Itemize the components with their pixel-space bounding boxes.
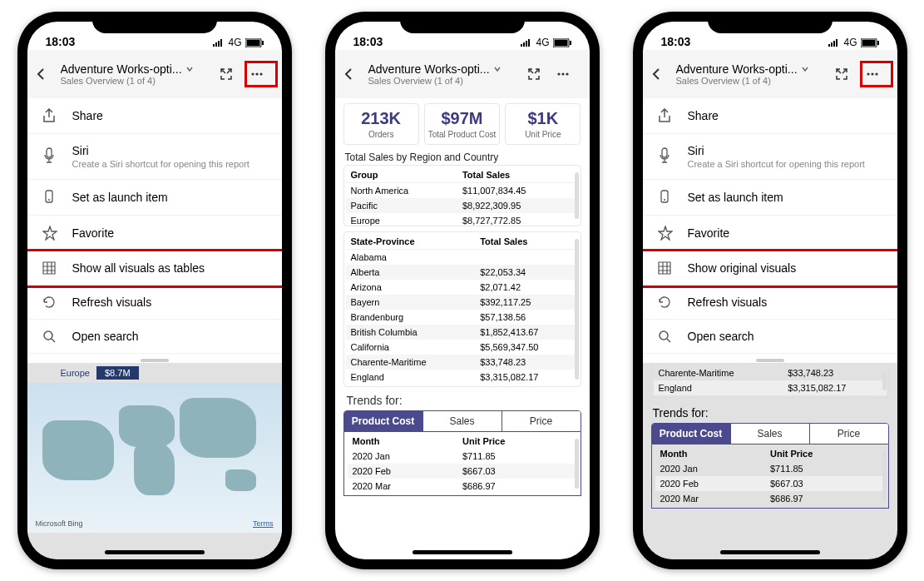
kpi-price[interactable]: $1K Unit Price <box>505 103 581 145</box>
svg-rect-10 <box>47 148 52 157</box>
options-menu: Share Siri Create a Siri shortcut for op… <box>643 98 897 367</box>
tab-product-cost[interactable]: Product Cost <box>652 424 730 444</box>
expand-button[interactable] <box>834 67 859 82</box>
tab-product-cost[interactable]: Product Cost <box>344 411 422 431</box>
back-button[interactable] <box>650 67 673 81</box>
table-row: Europe$8,727,772.85 <box>346 213 579 226</box>
back-button[interactable] <box>342 67 365 81</box>
menu-share[interactable]: Share <box>27 98 282 134</box>
tab-price[interactable]: Price <box>809 424 888 444</box>
section-title-region: Total Sales by Region and Country <box>345 151 580 163</box>
table-row: Charente-Maritime$33,748.23 <box>346 355 579 370</box>
refresh-icon <box>42 295 59 309</box>
menu-refresh-label: Refresh visuals <box>688 295 768 309</box>
kpi-cost[interactable]: $97M Total Product Cost <box>424 103 500 145</box>
menu-siri[interactable]: Siri Create a Siri shortcut for opening … <box>27 134 282 180</box>
menu-launch[interactable]: Set as launch item <box>27 180 282 216</box>
col-total: Total Sales <box>457 167 579 183</box>
status-time: 18:03 <box>353 35 383 48</box>
phone-frame-2: 18:03 4G Adventure Works-opti... Sales O… <box>325 12 600 569</box>
home-indicator[interactable] <box>105 550 205 554</box>
kpi-orders[interactable]: 213K Orders <box>343 103 419 145</box>
chevron-down-icon[interactable] <box>185 65 194 73</box>
svg-rect-17 <box>528 39 530 47</box>
report-header: Adventure Works-opti... Sales Overview (… <box>643 50 897 98</box>
kpi-label: Unit Price <box>507 130 578 139</box>
report-body[interactable]: 213K Orders $97M Total Product Cost $1K … <box>335 98 590 501</box>
grid-icon <box>42 261 59 275</box>
more-options-button[interactable] <box>555 67 583 82</box>
more-options-button[interactable] <box>247 63 275 85</box>
back-button[interactable] <box>34 67 57 81</box>
menu-refresh[interactable]: Refresh visuals <box>27 286 282 320</box>
status-time: 18:03 <box>46 35 76 48</box>
report-title[interactable]: Adventure Works-opti... <box>368 62 490 76</box>
svg-point-7 <box>251 72 254 75</box>
home-indicator[interactable] <box>413 550 512 554</box>
trends-table[interactable]: MonthUnit Price 2020 Jan$711.85 2020 Feb… <box>343 432 581 496</box>
chevron-down-icon[interactable] <box>801 65 809 73</box>
menu-siri-sub: Create a Siri shortcut for opening this … <box>688 159 865 169</box>
menu-favorite[interactable]: Favorite <box>27 216 282 251</box>
chevron-down-icon[interactable] <box>493 65 502 73</box>
menu-share[interactable]: Share <box>643 98 897 134</box>
table-row: Charente-Maritime$33,748.23 <box>654 365 887 380</box>
svg-point-8 <box>255 72 258 75</box>
table-row: Arizona$2,071.42 <box>346 280 579 295</box>
expand-button[interactable] <box>526 67 551 82</box>
share-icon <box>42 108 59 123</box>
kpi-value: $97M <box>427 109 497 128</box>
tab-sales[interactable]: Sales <box>730 424 809 444</box>
scrollbar[interactable] <box>575 439 579 489</box>
menu-show-original[interactable]: Show original visuals <box>643 251 897 286</box>
table-row: 2020 Jan$711.85 <box>348 449 577 464</box>
scrollbar[interactable] <box>575 239 579 380</box>
menu-siri-label: Siri <box>72 144 250 157</box>
menu-search[interactable]: Open search <box>643 320 897 354</box>
table-row: British Columbia$1,852,413.67 <box>346 325 579 340</box>
menu-favorite[interactable]: Favorite <box>643 216 897 251</box>
menu-siri[interactable]: Siri Create a Siri shortcut for opening … <box>643 134 897 180</box>
menu-share-label: Share <box>72 109 103 122</box>
network-label: 4G <box>843 37 857 48</box>
more-options-button[interactable] <box>862 63 891 85</box>
tab-sales[interactable]: Sales <box>422 411 502 431</box>
menu-show-tables[interactable]: Show all visuals as tables <box>27 251 282 286</box>
svg-rect-0 <box>213 44 215 47</box>
svg-rect-16 <box>526 41 527 47</box>
report-title[interactable]: Adventure Works-opti... <box>61 62 182 76</box>
tab-price[interactable]: Price <box>502 411 581 431</box>
menu-search[interactable]: Open search <box>27 320 282 354</box>
map-terms-link[interactable]: Terms <box>253 519 274 528</box>
expand-button[interactable] <box>219 67 244 82</box>
scrollbar[interactable] <box>882 370 887 390</box>
menu-refresh-label: Refresh visuals <box>72 295 152 309</box>
col-month: Month <box>348 434 457 449</box>
svg-point-13 <box>44 331 52 340</box>
launch-icon <box>42 190 59 205</box>
home-indicator[interactable] <box>720 550 820 554</box>
menu-refresh[interactable]: Refresh visuals <box>643 286 897 320</box>
menu-launch[interactable]: Set as launch item <box>643 180 897 216</box>
map-region-value: $8.7M <box>96 366 139 380</box>
svg-rect-30 <box>877 41 879 45</box>
scrollbar[interactable] <box>575 172 579 219</box>
kpi-label: Orders <box>346 130 417 139</box>
groups-table[interactable]: GroupTotal Sales North America$11,007,83… <box>343 165 581 226</box>
menu-launch-label: Set as launch item <box>72 191 168 204</box>
scrollbar[interactable] <box>882 451 887 501</box>
menu-favorite-label: Favorite <box>688 226 730 240</box>
trends-table[interactable]: MonthUnit Price 2020 Jan$711.85 2020 Feb… <box>651 444 889 509</box>
table-row: 2020 Jan$711.85 <box>655 461 885 476</box>
kpi-value: 213K <box>346 109 417 128</box>
svg-point-33 <box>875 72 877 75</box>
states-table[interactable]: State-ProvinceTotal Sales Alabama Albert… <box>343 231 581 387</box>
report-subtitle: Sales Overview (1 of 4) <box>676 76 831 86</box>
report-title[interactable]: Adventure Works-opti... <box>676 62 798 76</box>
svg-rect-5 <box>246 39 259 46</box>
table-row: England$3,315,082.17 <box>346 370 579 385</box>
table-row: Pacific$8,922,309.95 <box>346 198 579 213</box>
search-icon <box>658 330 674 343</box>
report-header: Adventure Works-opti... Sales Overview (… <box>335 50 590 98</box>
svg-rect-19 <box>554 39 567 46</box>
